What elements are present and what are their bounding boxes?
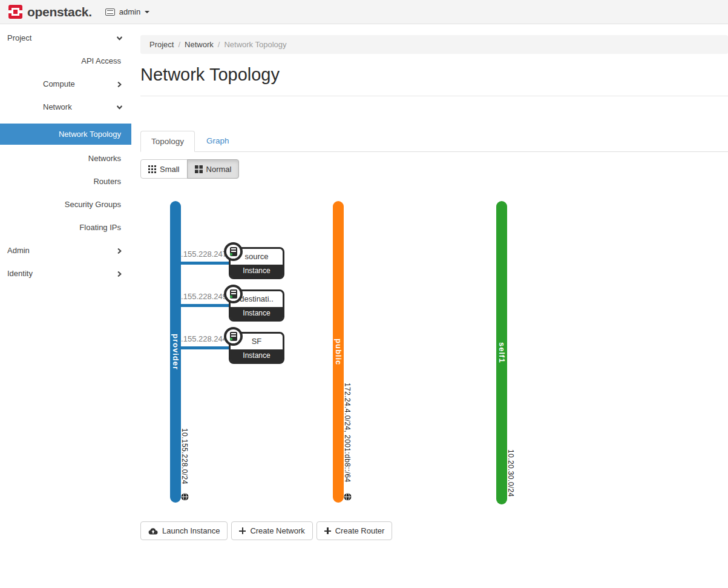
th-large-icon xyxy=(195,165,203,173)
normal-size-button[interactable]: Normal xyxy=(187,159,240,179)
brand-wordmark: openstack. xyxy=(27,5,92,19)
network-bar-self1[interactable] xyxy=(496,201,507,504)
network-bar-provider[interactable] xyxy=(170,201,181,503)
user-menu-label: admin xyxy=(119,7,140,16)
plus-icon xyxy=(324,527,331,534)
user-menu[interactable]: admin xyxy=(105,7,149,16)
instance-type-label: Instance xyxy=(231,307,283,320)
sidebar-item-api-access[interactable]: API Access xyxy=(0,55,131,68)
create-network-button[interactable]: Create Network xyxy=(231,521,312,540)
chevron-down-icon xyxy=(116,104,123,111)
launch-instance-button[interactable]: Launch Instance xyxy=(140,521,228,540)
chevron-right-icon xyxy=(116,248,123,254)
sidebar-nav: Project API Access Compute Network Netwo… xyxy=(0,24,131,540)
breadcrumb-network[interactable]: Network xyxy=(185,40,214,49)
sidebar-item-compute[interactable]: Compute xyxy=(0,78,131,91)
th-grid-icon xyxy=(148,165,156,173)
openstack-logo-icon xyxy=(8,5,22,19)
sidebar-item-routers[interactable]: Routers xyxy=(0,175,131,188)
instance-link xyxy=(175,346,231,349)
sidebar-item-security-groups[interactable]: Security Groups xyxy=(0,198,131,211)
plus-icon xyxy=(239,527,246,534)
instance-link xyxy=(175,262,231,265)
chevron-right-icon xyxy=(116,81,123,88)
subnet-label-public: 172.24.4.0/24, 2001:db8::/64 xyxy=(343,383,352,483)
chevron-down-icon xyxy=(116,35,123,42)
sidebar-item-project[interactable]: Project xyxy=(0,31,131,45)
server-status-icon[interactable] xyxy=(224,285,243,303)
external-network-globe-icon xyxy=(344,493,352,501)
main-content: Project/Network/Network Topology Network… xyxy=(131,24,728,540)
tab-topology[interactable]: Topology xyxy=(140,131,195,152)
subnet-label-provider: 10.155.228.0/24 xyxy=(180,428,189,484)
sidebar-item-identity[interactable]: Identity xyxy=(0,267,131,280)
view-tabs: Topology Graph xyxy=(140,131,728,152)
instance-type-label: Instance xyxy=(231,265,283,277)
project-card-icon xyxy=(105,8,115,16)
create-router-button[interactable]: Create Router xyxy=(316,521,393,540)
breadcrumb-project[interactable]: Project xyxy=(149,40,174,49)
breadcrumb-current: Network Topology xyxy=(224,40,286,49)
breadcrumb: Project/Network/Network Topology xyxy=(140,35,728,54)
caret-down-icon xyxy=(145,11,149,13)
tab-graph[interactable]: Graph xyxy=(196,131,240,152)
title-divider xyxy=(140,96,728,96)
server-status-icon[interactable] xyxy=(224,327,243,346)
sidebar-item-network-topology[interactable]: Network Topology xyxy=(0,124,131,145)
subnet-label-self1: 10.20.30.0/24 xyxy=(507,449,515,497)
chevron-right-icon xyxy=(116,271,123,277)
topology-canvas: provider public self1 10.155.228.0/24 17… xyxy=(140,191,728,518)
size-toggle-group: Small Normal xyxy=(140,159,239,179)
server-status-icon[interactable] xyxy=(224,242,243,261)
sidebar-item-admin[interactable]: Admin xyxy=(0,244,131,257)
small-size-button[interactable]: Small xyxy=(140,159,188,179)
sidebar-item-network[interactable]: Network xyxy=(0,101,131,114)
sidebar-item-networks[interactable]: Networks xyxy=(0,152,131,165)
topology-actions: Launch Instance Create Network Create Ro… xyxy=(140,521,728,540)
network-bar-public[interactable] xyxy=(333,201,344,503)
cloud-upload-icon xyxy=(148,527,158,535)
top-navbar: openstack. admin xyxy=(0,0,728,24)
external-network-globe-icon xyxy=(181,493,189,501)
instance-type-label: Instance xyxy=(231,349,283,362)
instance-link xyxy=(175,304,231,307)
sidebar-item-floating-ips[interactable]: Floating IPs xyxy=(0,221,131,234)
page-title: Network Topology xyxy=(140,64,728,85)
